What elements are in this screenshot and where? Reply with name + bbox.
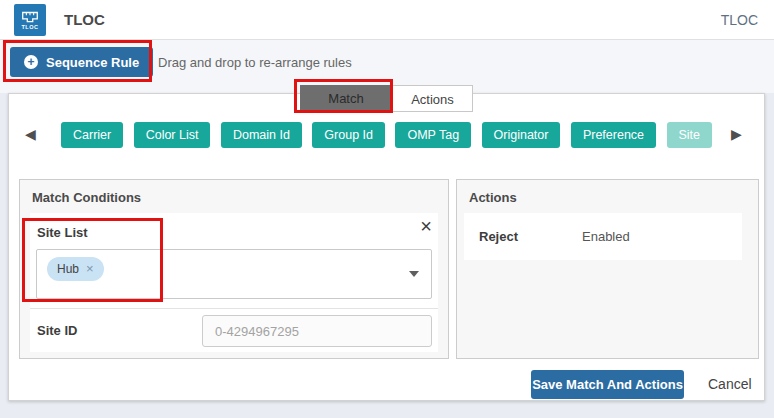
site-list-select[interactable]: Hub × [36,249,432,299]
match-conditions-panel: Match Conditions Site List × Hub × Site … [19,179,449,359]
ethernet-port-icon [20,11,40,24]
match-type-group-id[interactable]: Group Id [312,122,385,148]
action-value: Enabled [582,229,630,244]
match-type-site[interactable]: Site [667,122,713,148]
match-type-carousel: Carrier Color List Domain Id Group Id OM… [53,122,713,148]
save-match-and-actions-button[interactable]: Save Match And Actions [531,370,684,399]
site-id-label: Site ID [37,323,77,338]
sequence-rule-button[interactable]: + Sequence Rule [10,47,153,77]
actions-panel: Actions Reject Enabled [456,179,759,359]
match-type-color-list[interactable]: Color List [134,122,211,148]
site-list-chip: Hub × [47,257,104,281]
app-icon-label: TLOC [22,25,39,30]
match-type-originator[interactable]: Originator [482,122,561,148]
action-name: Reject [479,229,518,244]
action-row: Reject Enabled [464,213,742,260]
cancel-button[interactable]: Cancel [708,370,752,399]
page-title: TLOC [64,0,105,40]
rule-editor-panel: ◀ Carrier Color List Domain Id Group Id … [8,93,765,401]
site-id-input[interactable] [202,315,432,347]
match-type-carrier[interactable]: Carrier [61,122,123,148]
site-id-row: Site ID [30,308,438,352]
tab-match[interactable]: Match [300,85,392,112]
site-list-card: Site List × Hub × [30,213,438,308]
site-list-label: Site List [37,225,88,240]
tab-actions[interactable]: Actions [392,85,473,112]
carousel-prev-icon[interactable]: ◀ [25,121,36,147]
carousel-next-icon[interactable]: ▶ [731,121,742,147]
match-conditions-title: Match Conditions [20,180,448,205]
close-icon[interactable]: × [420,215,432,237]
match-type-omp-tag[interactable]: OMP Tag [395,122,471,148]
match-type-domain-id[interactable]: Domain Id [221,122,302,148]
match-type-preference[interactable]: Preference [571,122,656,148]
drag-drop-hint: Drag and drop to re-arrange rules [158,55,352,70]
tloc-app-icon: TLOC [14,4,46,36]
actions-panel-title: Actions [457,180,758,205]
chevron-down-icon[interactable] [409,271,419,277]
header-bar: TLOC TLOC TLOC [0,0,774,40]
sequence-rule-label: Sequence Rule [46,55,139,70]
chip-label: Hub [57,257,79,281]
plus-circle-icon: + [24,55,38,69]
chip-remove-icon[interactable]: × [86,257,94,281]
header-right-label: TLOC [721,0,758,40]
